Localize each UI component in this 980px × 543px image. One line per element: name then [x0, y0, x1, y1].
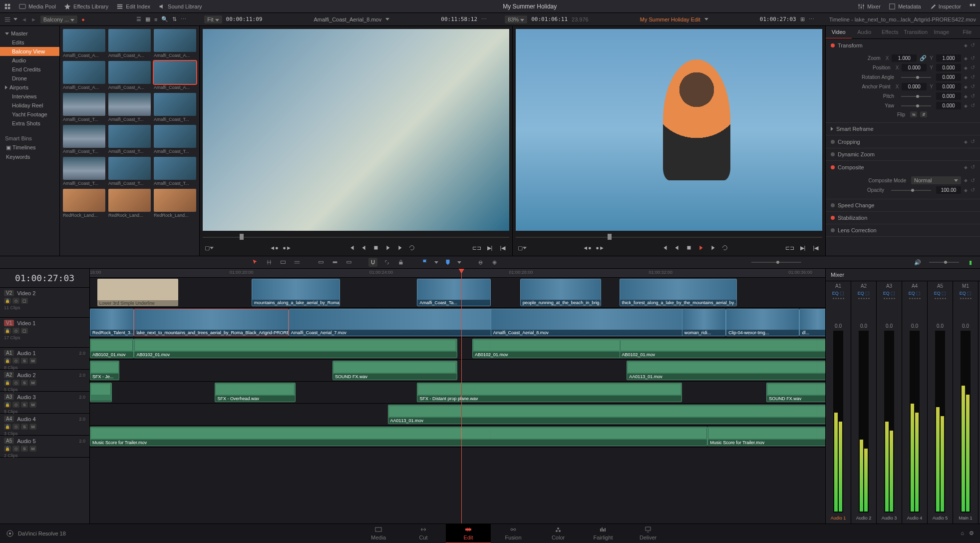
- timeline-clip[interactable]: lake_next_to_mountains_and_trees_aerial_…: [134, 309, 288, 336]
- timeline-viewer-image[interactable]: [516, 29, 822, 231]
- tl-dot-r[interactable]: ●►: [596, 243, 605, 252]
- airports-bin[interactable]: Airports: [0, 83, 59, 92]
- tl-prev-icon[interactable]: [672, 243, 681, 252]
- mixer-channel[interactable]: A5EQ ⬚0.0Audio 5: [928, 281, 953, 524]
- src-marker-icon[interactable]: ▢: [205, 243, 214, 252]
- media-clip[interactable]: Amalfi_Coast_T...: [63, 93, 105, 122]
- timeline-clip[interactable]: Lower 3rd Simple Underline: [97, 279, 178, 306]
- inspector-tab-transition[interactable]: Transition: [903, 26, 929, 38]
- src-next-icon[interactable]: [395, 243, 404, 252]
- bin-audio[interactable]: Audio: [0, 56, 59, 65]
- yaw-slider[interactable]: [901, 105, 931, 106]
- search-icon[interactable]: 🔍: [161, 16, 168, 22]
- zoom-in-icon[interactable]: ⊕: [490, 258, 499, 267]
- mixer-channel[interactable]: M1EQ ⬚0.0Main 1: [953, 281, 979, 524]
- src-first-icon[interactable]: [347, 243, 356, 252]
- bin-interviews[interactable]: Interviews: [0, 92, 59, 101]
- v2-link[interactable]: ▢: [21, 298, 28, 304]
- master-bin[interactable]: Master: [0, 29, 59, 38]
- sound-library-tab[interactable]: Sound Library: [158, 3, 202, 10]
- src-in-icon[interactable]: ▶|: [485, 243, 494, 252]
- tl-out-icon[interactable]: |◀: [811, 243, 820, 252]
- smartbin-keywords[interactable]: Keywords: [0, 152, 59, 161]
- expand-right-icon[interactable]: [969, 3, 976, 10]
- src-stop-icon[interactable]: [371, 243, 380, 252]
- flag-icon[interactable]: [420, 258, 429, 267]
- v1-link[interactable]: ▢: [21, 328, 28, 334]
- media-clip[interactable]: Amalfi_Coast_T...: [63, 125, 105, 154]
- home-icon[interactable]: ⌂: [961, 530, 964, 537]
- page-media[interactable]: Media: [356, 524, 401, 543]
- src-prev-icon[interactable]: [359, 243, 368, 252]
- timeline-tc-display[interactable]: 01:00:27:03: [0, 269, 89, 288]
- track-header-a3[interactable]: A3Audio 32.0🔒◇SM5 Clips: [0, 392, 89, 414]
- flip-h-button[interactable]: ⇋: [910, 111, 917, 117]
- edit-index-tab[interactable]: Edit Index: [116, 3, 150, 10]
- track-a3[interactable]: SFX - Overhead.wavSFX - Distant prop pla…: [90, 382, 825, 404]
- nav-fwd-icon[interactable]: ►: [31, 16, 36, 22]
- page-cut[interactable]: Cut: [401, 524, 446, 543]
- src-dot-l[interactable]: ◄●: [270, 243, 279, 252]
- rotation-val[interactable]: 0.000: [936, 73, 961, 81]
- tl-play-icon[interactable]: [696, 243, 705, 252]
- inspector-tab-file[interactable]: File: [955, 26, 980, 38]
- lens-correction-header[interactable]: Lens Correction: [826, 224, 980, 236]
- timeline-clip[interactable]: Clip-04-wexor-tmg...: [726, 309, 799, 336]
- timeline-clip[interactable]: AA0113_01.mov: [388, 405, 825, 424]
- track-a1[interactable]: AB0102_01.movAB0102_01.movAB0102_01.movA…: [90, 338, 825, 360]
- timeline-name[interactable]: My Summer Holiday Edit: [640, 16, 700, 22]
- inspector-tab-image[interactable]: Image: [929, 26, 955, 38]
- view-list-icon[interactable]: ☰: [136, 16, 141, 22]
- tl-more-icon[interactable]: ⋯: [809, 16, 814, 22]
- more-icon[interactable]: ⋯: [181, 16, 186, 22]
- playhead[interactable]: [461, 269, 462, 524]
- speed-change-header[interactable]: Speed Change: [826, 199, 980, 211]
- zoom-y[interactable]: 1.000: [936, 54, 961, 62]
- timeline-scrubber[interactable]: [516, 234, 822, 240]
- timeline-clip[interactable]: RedRock_Talent_3...: [90, 309, 134, 336]
- page-edit[interactable]: Edit: [446, 524, 491, 543]
- track-header-a1[interactable]: A1Audio 12.0🔒◇SM8 Clips: [0, 348, 89, 370]
- track-a5[interactable]: Music Score for Trailer.movMusic Score f…: [90, 426, 825, 448]
- zoom-x[interactable]: 1.000: [892, 54, 917, 62]
- mixer-channel[interactable]: A4EQ ⬚0.0Audio 4: [902, 281, 928, 524]
- overwrite-icon[interactable]: [330, 258, 339, 267]
- anchor-x[interactable]: 0.000: [902, 83, 927, 90]
- tl-loop-icon[interactable]: [720, 243, 729, 252]
- timeline-clip[interactable]: thick_forest_along_a_lake_by_the_mountai…: [620, 279, 737, 306]
- media-clip[interactable]: Amalfi_Coast_A...: [154, 61, 196, 90]
- bin-balcony-view[interactable]: Balcony View: [0, 47, 59, 56]
- timeline-clip[interactable]: woman_ridi...: [682, 309, 726, 336]
- pitch-slider[interactable]: [901, 96, 931, 97]
- tl-next-icon[interactable]: [708, 243, 717, 252]
- timeline-clip[interactable]: SFX - Overhead.wav: [215, 383, 296, 402]
- bin-edits[interactable]: Edits: [0, 38, 59, 47]
- page-fusion[interactable]: Fusion: [491, 524, 536, 543]
- snap-icon[interactable]: [368, 258, 377, 267]
- viewer-fit[interactable]: Fit: [204, 15, 222, 23]
- src-out-icon[interactable]: |◀: [498, 243, 507, 252]
- cropping-header[interactable]: Cropping◆↺: [826, 135, 980, 148]
- timeline-clip[interactable]: AB0102_01.mov: [620, 339, 825, 358]
- tl-in-icon[interactable]: ▶|: [798, 243, 807, 252]
- src-play-icon[interactable]: [383, 243, 392, 252]
- media-clip[interactable]: Amalfi_Coast_A...: [63, 29, 105, 58]
- timeline-area[interactable]: 16:0001:00:20:0001:00:24:0001:00:28:0001…: [90, 269, 825, 524]
- yaw-val[interactable]: 0.000: [936, 102, 961, 109]
- selection-tool-icon[interactable]: [251, 258, 260, 267]
- pos-x[interactable]: 0.000: [902, 64, 927, 71]
- timeline-clip[interactable]: mountains_along_a_lake_aerial_by_Roma...: [252, 279, 340, 306]
- inspector-tab-video[interactable]: Video: [826, 26, 852, 38]
- media-clip[interactable]: Amalfi_Coast_T...: [108, 125, 151, 154]
- flip-v-button[interactable]: ⇵: [920, 111, 927, 117]
- tl-match-icon[interactable]: ⊏⊐: [785, 243, 794, 252]
- trim-tool-icon[interactable]: [265, 258, 274, 267]
- timeline-clip[interactable]: AB0102_01.mov: [90, 339, 134, 358]
- bin-list-icon[interactable]: [4, 16, 17, 23]
- bin-selector[interactable]: Balcony ...: [40, 15, 77, 23]
- v1-lock[interactable]: 🔒: [4, 328, 11, 334]
- smartbin-timelines[interactable]: ▣ Timelines: [0, 143, 59, 152]
- lock-icon[interactable]: [396, 258, 405, 267]
- sort-icon[interactable]: ⇅: [172, 16, 177, 22]
- blade-tool-icon[interactable]: [293, 258, 302, 267]
